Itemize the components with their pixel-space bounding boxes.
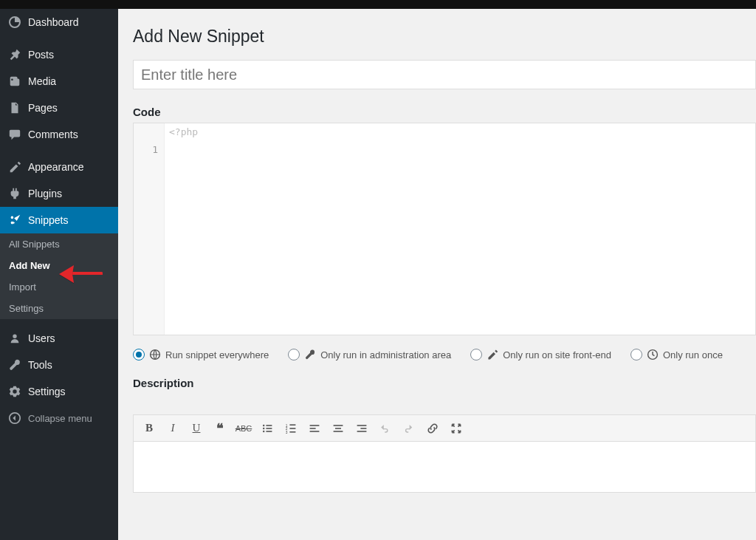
submenu-item-settings[interactable]: Settings xyxy=(0,298,118,319)
code-hint: <?php xyxy=(169,126,198,137)
svg-text:3: 3 xyxy=(286,431,288,434)
snippet-scope-row: Run snippet everywhere Only run in admin… xyxy=(133,349,756,360)
toolbar-italic-button[interactable]: I xyxy=(162,417,184,440)
scope-label: Only run once xyxy=(663,349,723,360)
svg-rect-10 xyxy=(289,424,295,425)
sidebar-item-plugins[interactable]: Plugins xyxy=(0,180,118,207)
scope-label: Run snippet everywhere xyxy=(165,349,269,360)
svg-rect-20 xyxy=(334,431,343,432)
svg-rect-21 xyxy=(357,425,367,426)
line-number: 1 xyxy=(152,144,158,155)
sidebar-item-users[interactable]: Users xyxy=(0,325,118,352)
sidebar-item-pages[interactable]: Pages xyxy=(0,95,118,121)
description-section-label: Description xyxy=(133,377,756,389)
toolbar-link-button[interactable] xyxy=(422,417,444,440)
sidebar-item-label: Comments xyxy=(28,129,78,140)
toolbar-strikethrough-button[interactable]: ABC xyxy=(233,417,255,440)
plugin-icon xyxy=(7,186,22,201)
scope-label: Only run in administration area xyxy=(320,349,451,360)
description-editor[interactable] xyxy=(133,441,756,493)
svg-rect-23 xyxy=(357,431,367,432)
sidebar-item-label: Media xyxy=(28,75,56,87)
toolbar-fullscreen-button[interactable] xyxy=(445,417,467,440)
sidebar-item-tools[interactable]: Tools xyxy=(0,352,118,378)
page-icon xyxy=(7,100,22,115)
svg-rect-12 xyxy=(289,428,295,429)
media-icon xyxy=(7,74,22,89)
collapse-icon xyxy=(7,411,22,425)
collapse-menu-button[interactable]: Collapse menu xyxy=(0,405,118,431)
clock-icon xyxy=(647,349,659,360)
submenu-item-add-new[interactable]: Add New xyxy=(0,255,118,276)
code-editor[interactable]: 1 <?php xyxy=(133,123,756,335)
toolbar-bold-button[interactable]: B xyxy=(138,417,160,440)
admin-topbar xyxy=(0,0,756,9)
settings-icon xyxy=(7,384,22,399)
toolbar-undo-button[interactable] xyxy=(374,417,396,440)
scope-option-frontend[interactable]: Only run on site front-end xyxy=(470,349,611,360)
globe-icon xyxy=(149,349,161,360)
sidebar-item-appearance[interactable]: Appearance xyxy=(0,154,118,180)
toolbar-align-center-button[interactable] xyxy=(327,417,349,440)
svg-rect-18 xyxy=(334,425,343,426)
scope-label: Only run on site front-end xyxy=(503,349,611,360)
scope-option-everywhere[interactable]: Run snippet everywhere xyxy=(133,349,269,360)
description-toolbar: B I U ❝ ABC 123 xyxy=(133,414,756,441)
admin-sidebar: Dashboard Posts Media Pages Comments App… xyxy=(0,9,118,540)
svg-point-3 xyxy=(263,424,264,425)
toolbar-bullet-list-button[interactable] xyxy=(256,417,278,440)
svg-rect-8 xyxy=(266,431,272,432)
toolbar-underline-button[interactable]: U xyxy=(185,417,207,440)
svg-rect-14 xyxy=(289,431,295,433)
svg-rect-16 xyxy=(310,428,316,429)
sidebar-item-label: Plugins xyxy=(28,188,62,199)
toolbar-number-list-button[interactable]: 123 xyxy=(280,417,302,440)
snippet-title-input[interactable] xyxy=(133,60,756,89)
toolbar-redo-button[interactable] xyxy=(398,417,420,440)
svg-rect-17 xyxy=(310,431,320,432)
scope-option-admin[interactable]: Only run in administration area xyxy=(288,349,451,360)
sidebar-item-label: Users xyxy=(28,332,55,344)
sidebar-item-label: Dashboard xyxy=(28,16,79,28)
comment-icon xyxy=(7,127,22,142)
brush-icon xyxy=(487,349,498,360)
page-title: Add New Snippet xyxy=(133,27,756,47)
sidebar-item-settings[interactable]: Settings xyxy=(0,378,118,405)
scope-radio-once[interactable] xyxy=(630,349,642,360)
wrench-icon xyxy=(304,349,316,360)
sidebar-item-label: Settings xyxy=(28,386,66,397)
sidebar-item-posts[interactable]: Posts xyxy=(0,41,118,68)
svg-rect-22 xyxy=(360,428,366,429)
scope-radio-admin[interactable] xyxy=(288,349,300,360)
snippets-icon xyxy=(7,213,22,228)
sidebar-item-label: Posts xyxy=(28,49,54,61)
scope-radio-everywhere[interactable] xyxy=(133,349,145,360)
sidebar-item-comments[interactable]: Comments xyxy=(0,121,118,148)
scope-radio-frontend[interactable] xyxy=(470,349,482,360)
collapse-menu-label: Collapse menu xyxy=(28,413,92,424)
code-gutter: 1 xyxy=(134,123,165,335)
submenu-item-all-snippets[interactable]: All Snippets xyxy=(0,233,118,255)
sidebar-item-dashboard[interactable]: Dashboard xyxy=(0,9,118,35)
toolbar-align-left-button[interactable] xyxy=(303,417,326,440)
toolbar-align-right-button[interactable] xyxy=(351,417,373,440)
users-icon xyxy=(7,331,22,346)
svg-rect-15 xyxy=(310,425,320,426)
svg-point-5 xyxy=(263,427,264,428)
scope-option-once[interactable]: Only run once xyxy=(630,349,723,360)
tools-icon xyxy=(7,358,22,372)
sidebar-item-media[interactable]: Media xyxy=(0,68,118,95)
dashboard-icon xyxy=(7,15,22,30)
toolbar-blockquote-button[interactable]: ❝ xyxy=(209,417,231,440)
pin-icon xyxy=(7,47,22,62)
svg-rect-4 xyxy=(266,425,272,426)
sidebar-item-snippets[interactable]: Snippets xyxy=(0,207,118,233)
submenu-item-import[interactable]: Import xyxy=(0,276,118,298)
svg-rect-19 xyxy=(335,428,341,429)
code-editor-body[interactable]: <?php xyxy=(165,123,755,335)
sidebar-item-label: Appearance xyxy=(28,161,84,173)
sidebar-item-label: Pages xyxy=(28,102,58,114)
content-area: Add New Snippet Code 1 <?php Run snippet… xyxy=(118,9,756,540)
sidebar-item-label: Tools xyxy=(28,359,52,371)
svg-point-7 xyxy=(263,430,264,431)
